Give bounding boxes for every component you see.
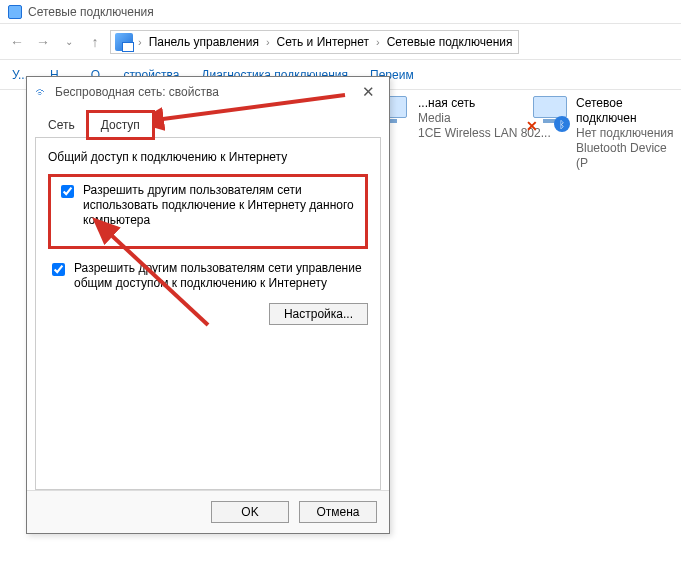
highlighted-option: Разрешить другим пользователям сети испо… <box>48 174 368 249</box>
adapter-icon: ✕ ᛒ <box>530 96 568 130</box>
checkbox-allow-control-label: Разрешить другим пользователям сети упра… <box>74 261 368 291</box>
tab-panel-sharing: Общий доступ к подключению к Интернету Р… <box>35 137 381 490</box>
checkbox-allow-control-input[interactable] <box>52 263 65 276</box>
group-heading: Общий доступ к подключению к Интернету <box>48 150 368 164</box>
up-button[interactable]: ↑ <box>84 31 106 53</box>
chevron-right-icon: › <box>263 36 273 48</box>
control-panel-icon <box>115 33 133 51</box>
window-title-bar: Сетевые подключения <box>0 0 681 24</box>
nav-row: ← → ⌄ ↑ › Панель управления › Сеть и Инт… <box>0 24 681 60</box>
configure-button[interactable]: Настройка... <box>269 303 368 325</box>
back-button[interactable]: ← <box>6 31 28 53</box>
crumb-control-panel[interactable]: Панель управления <box>147 35 261 49</box>
recent-dropdown[interactable]: ⌄ <box>58 31 80 53</box>
crumb-net-connections[interactable]: Сетевые подключения <box>385 35 515 49</box>
adapter-labels: Сетевое подключен Нет подключения Blueto… <box>576 96 681 171</box>
checkbox-allow-share[interactable]: Разрешить другим пользователям сети испо… <box>57 183 359 228</box>
tab-network[interactable]: Сеть <box>35 112 88 138</box>
dialog-title: Беспроводная сеть: свойства <box>55 85 219 99</box>
adapter-bluetooth[interactable]: ✕ ᛒ Сетевое подключен Нет подключения Bl… <box>530 96 681 171</box>
adapter-device: Bluetooth Device (P <box>576 141 681 171</box>
dialog-title-bar: ᯤ Беспроводная сеть: свойства ✕ <box>27 77 389 107</box>
adapter-status: Нет подключения <box>576 126 681 141</box>
tab-sharing[interactable]: Доступ <box>88 112 153 138</box>
ok-button[interactable]: OK <box>211 501 289 523</box>
forward-button[interactable]: → <box>32 31 54 53</box>
chevron-right-icon: › <box>135 36 145 48</box>
wifi-icon: ᯤ <box>35 84 49 100</box>
checkbox-allow-share-input[interactable] <box>61 185 74 198</box>
checkbox-allow-share-label: Разрешить другим пользователям сети испо… <box>83 183 359 228</box>
crumb-net-internet[interactable]: Сеть и Интернет <box>275 35 371 49</box>
chevron-right-icon: › <box>373 36 383 48</box>
adapter-wifi[interactable]: ...ная сеть Media 1CE Wireless LAN 802..… <box>370 96 551 141</box>
tab-strip: Сеть Доступ <box>27 111 389 137</box>
bluetooth-icon: ᛒ <box>554 116 570 132</box>
checkbox-allow-control[interactable]: Разрешить другим пользователям сети упра… <box>48 261 368 291</box>
dialog-button-row: OK Отмена <box>27 490 389 533</box>
disconnected-icon: ✕ <box>526 118 540 132</box>
adapter-name: Сетевое подключен <box>576 96 681 126</box>
window-icon <box>8 5 22 19</box>
window-title: Сетевые подключения <box>28 5 154 19</box>
properties-dialog: ᯤ Беспроводная сеть: свойства ✕ Сеть Дос… <box>26 76 390 534</box>
close-button[interactable]: ✕ <box>356 83 381 101</box>
cancel-button[interactable]: Отмена <box>299 501 377 523</box>
breadcrumb[interactable]: › Панель управления › Сеть и Интернет › … <box>110 30 519 54</box>
